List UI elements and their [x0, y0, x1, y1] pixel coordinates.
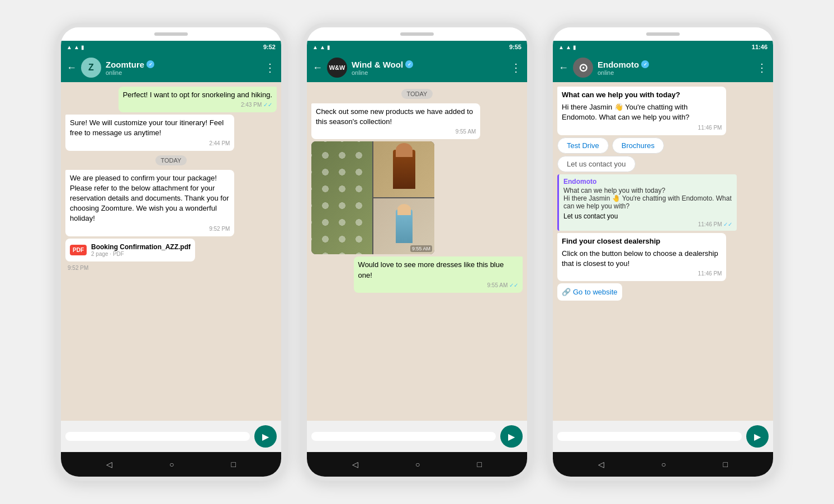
chat-input-1[interactable] [65, 432, 250, 441]
pdf-bubble-1[interactable]: PDF Booking Confirmation_AZZ.pdf 2 page … [65, 239, 195, 261]
phone-notch-1 [154, 32, 188, 36]
main-scene: ▲ ▲ ▮ 9:52 ← Z Zoomture ✓ online ⋮ Perfe… [56, 23, 778, 481]
ticks-3: ✓✓ [723, 221, 732, 227]
nav-back-3[interactable]: ◁ [598, 460, 604, 469]
endomoto-sender: Endomoto [563, 178, 732, 186]
ticks-1: ✓✓ [263, 102, 272, 108]
pdf-meta: 2 page · PDF [91, 251, 191, 257]
chat-header-2: ← W&W Wind & Wool ✓ online ⋮ [307, 53, 527, 82]
phone-1: ▲ ▲ ▮ 9:52 ← Z Zoomture ✓ online ⋮ Perfe… [56, 23, 286, 481]
wifi-icon-3: ▲ [558, 44, 564, 50]
brochures-btn[interactable]: Brochures [612, 137, 664, 154]
msg-time-2: 2:44 PM [70, 140, 230, 148]
status-icons-2: ▲ ▲ ▮ [312, 44, 330, 50]
phone-time-2: 9:55 [509, 44, 522, 50]
status-icons-3: ▲ ▲ ▮ [558, 44, 576, 50]
battery-icon-3: ▮ [573, 44, 576, 50]
endomoto-bot-text: What can we help you with today?Hi there… [563, 187, 732, 210]
contact-status-3: online [598, 69, 752, 76]
find-dealer-text: Click on the button below to choose a de… [562, 249, 722, 269]
avatar-2: W&W [327, 58, 347, 78]
send-btn-3[interactable]: ▶ [746, 425, 769, 448]
nav-bar-3: ◁ ○ □ [553, 452, 773, 477]
msg-time-1: 2:43 PM ✓✓ [123, 101, 272, 109]
header-info-1: Zoomture ✓ online [106, 60, 260, 76]
chat-input-bar-3: ▶ [553, 421, 773, 452]
menu-icon-1[interactable]: ⋮ [264, 61, 276, 74]
contact-name-2: Wind & Wool ✓ [352, 60, 506, 69]
chat-input-2[interactable] [311, 432, 496, 441]
nav-square-1[interactable]: □ [231, 460, 236, 469]
msg-time-8: 11:46 PM [562, 270, 722, 278]
contact-name-1: Zoomture ✓ [106, 60, 260, 69]
chat-header-3: ← ⊙ Endomoto ✓ online ⋮ [553, 53, 773, 82]
wifi-icon: ▲ [67, 44, 72, 50]
avatar-3: ⊙ [573, 58, 593, 78]
endomoto-q1-sub: Hi there Jasmin 👋 You're chatting with E… [562, 102, 722, 122]
nav-square-2[interactable]: □ [477, 460, 482, 469]
nav-back-1[interactable]: ◁ [106, 460, 112, 469]
pdf-filename: Booking Confirmation_AZZ.pdf [91, 243, 191, 251]
let-us-contact-btn[interactable]: Let us contact you [557, 156, 636, 172]
go-to-website-msg: 🔗 Go to website [557, 283, 622, 301]
phone-notch-3 [646, 32, 680, 36]
msg-time-7: 11:46 PM ✓✓ [563, 221, 732, 227]
nav-home-2[interactable]: ○ [415, 460, 420, 469]
gallery-img-br: 9:55 AM [373, 198, 434, 254]
external-link-icon: 🔗 [562, 288, 571, 296]
phone-2: ▲ ▲ ▮ 9:55 ← W&W Wind & Wool ✓ online ⋮ … [302, 23, 532, 481]
nav-home-1[interactable]: ○ [169, 460, 174, 469]
chat-input-bar-2: ▶ [307, 421, 527, 452]
msg-in-2: We are pleased to confirm your tour pack… [65, 170, 234, 236]
status-bar-2: ▲ ▲ ▮ 9:55 [307, 41, 527, 53]
gallery-img-tr [373, 141, 434, 197]
endomoto-sent-msg: Endomoto What can we help you with today… [557, 174, 737, 231]
verified-badge-1: ✓ [146, 60, 154, 68]
back-arrow-2[interactable]: ← [312, 62, 323, 74]
img-gallery: 9:55 AM [311, 141, 434, 254]
pdf-time: 9:52 PM [65, 265, 88, 271]
gallery-img-left [311, 141, 372, 254]
signal-icon: ▲ [74, 44, 79, 50]
phone-3: ▲ ▲ ▮ 11:46 ← ⊙ Endomoto ✓ online ⋮ What… [548, 23, 778, 481]
chat-body-2: TODAY Check out some new products we hav… [307, 82, 527, 421]
phone-top-bar-1 [61, 27, 281, 41]
chat-input-3[interactable] [557, 432, 742, 441]
avatar-1: Z [81, 58, 101, 78]
chat-input-bar-1: ▶ [61, 421, 281, 452]
battery-icon: ▮ [81, 44, 84, 50]
msg-time-6: 11:46 PM [562, 124, 722, 132]
status-icons-1: ▲ ▲ ▮ [67, 44, 84, 50]
go-to-website-link[interactable]: 🔗 Go to website [562, 288, 618, 296]
date-label-2: TODAY [401, 89, 433, 99]
phone-top-bar-3 [553, 27, 773, 41]
back-arrow-1[interactable]: ← [67, 62, 77, 74]
msg-time-4: 9:55 AM [316, 128, 476, 136]
msg-time-5: 9:55 AM ✓✓ [358, 282, 518, 289]
phone-top-bar-2 [307, 27, 527, 41]
back-arrow-3[interactable]: ← [558, 62, 568, 74]
send-btn-2[interactable]: ▶ [500, 425, 523, 448]
nav-bar-1: ◁ ○ □ [61, 452, 281, 477]
nav-home-3[interactable]: ○ [661, 460, 666, 469]
quick-reply-container: Test Drive Brochures [557, 137, 664, 154]
verified-badge-3: ✓ [641, 60, 649, 68]
menu-icon-3[interactable]: ⋮ [756, 61, 767, 74]
endomoto-contact-text: Let us contact you [563, 212, 732, 220]
nav-square-3[interactable]: □ [723, 460, 728, 469]
menu-icon-2[interactable]: ⋮ [510, 61, 522, 74]
date-label-1: TODAY [155, 155, 187, 165]
status-bar-1: ▲ ▲ ▮ 9:52 [61, 41, 281, 53]
nav-bar-2: ◁ ○ □ [307, 452, 527, 477]
send-btn-1[interactable]: ▶ [254, 425, 277, 448]
ticks-2: ✓✓ [509, 282, 518, 288]
wifi-icon-2: ▲ [312, 44, 318, 50]
nav-back-2[interactable]: ◁ [352, 460, 358, 469]
pdf-icon-1: PDF [70, 245, 87, 255]
test-drive-btn[interactable]: Test Drive [557, 137, 609, 154]
battery-icon-2: ▮ [327, 44, 330, 50]
msg-in-3: Check out some new products we have adde… [311, 103, 480, 139]
signal-icon-3: ▲ [566, 44, 571, 50]
msg-out-2: Would love to see more dresses like this… [354, 256, 523, 292]
find-dealer-title: Find your closest dealership [562, 236, 722, 246]
